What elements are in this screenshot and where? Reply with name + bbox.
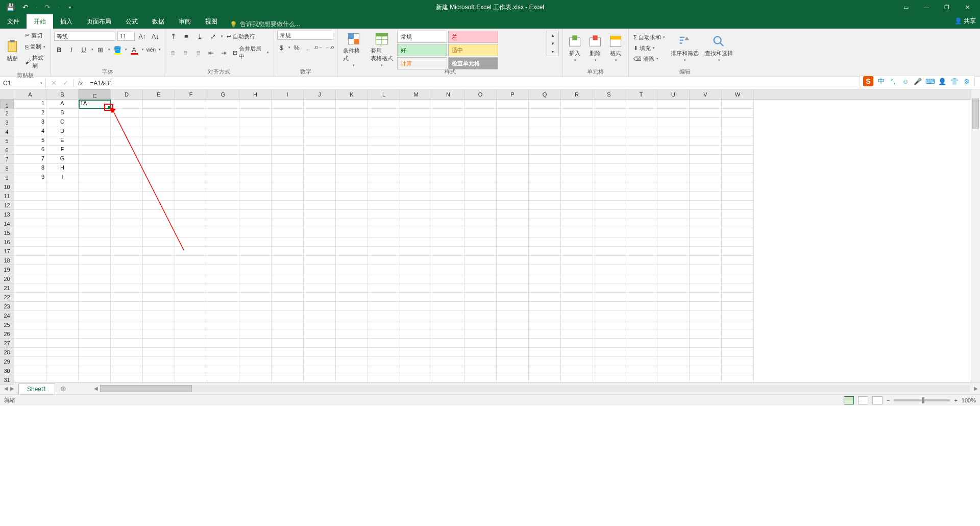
cell[interactable] xyxy=(239,293,272,302)
cell[interactable] xyxy=(561,329,593,339)
cell[interactable] xyxy=(657,320,690,329)
cell[interactable] xyxy=(368,228,400,237)
cell[interactable] xyxy=(400,127,432,136)
cell[interactable] xyxy=(400,136,432,146)
cell[interactable] xyxy=(111,210,143,219)
cell[interactable] xyxy=(207,118,239,127)
cell[interactable] xyxy=(497,247,529,256)
cell[interactable] xyxy=(561,173,593,182)
cell[interactable] xyxy=(239,192,272,201)
cell[interactable] xyxy=(368,127,400,136)
minimize-icon[interactable]: — xyxy=(918,2,935,13)
cell[interactable] xyxy=(625,339,657,348)
cell[interactable] xyxy=(722,219,754,228)
cell[interactable] xyxy=(368,219,400,228)
cell[interactable] xyxy=(14,375,46,382)
cell[interactable] xyxy=(625,237,657,247)
cell[interactable] xyxy=(336,192,368,201)
row-header[interactable]: 6 xyxy=(0,146,14,155)
cell[interactable]: 6 xyxy=(14,146,46,155)
cell[interactable] xyxy=(272,192,304,201)
cell[interactable] xyxy=(272,256,304,265)
cell[interactable] xyxy=(79,210,111,219)
sheet-nav-prev-icon[interactable]: ◀ xyxy=(4,386,8,391)
cell[interactable] xyxy=(304,182,336,192)
cell[interactable] xyxy=(561,109,593,118)
vertical-scrollbar-thumb[interactable] xyxy=(972,99,979,129)
cell[interactable] xyxy=(690,146,722,155)
cell[interactable] xyxy=(561,283,593,293)
cell[interactable] xyxy=(690,201,722,210)
cell[interactable] xyxy=(111,201,143,210)
cell[interactable] xyxy=(432,192,464,201)
cell[interactable] xyxy=(690,228,722,237)
cell[interactable] xyxy=(143,201,175,210)
cell[interactable] xyxy=(239,237,272,247)
cell[interactable] xyxy=(497,219,529,228)
paste-button[interactable]: 粘贴 xyxy=(3,38,21,63)
cell[interactable] xyxy=(657,164,690,173)
cell[interactable] xyxy=(336,228,368,237)
cell[interactable]: F xyxy=(46,146,79,155)
row-header[interactable]: 1 xyxy=(0,100,14,109)
cell-styles-gallery[interactable]: 常规 差 好 适中 计算 检查单元格 xyxy=(397,31,545,69)
row-header[interactable]: 16 xyxy=(0,237,14,247)
cell[interactable] xyxy=(657,127,690,136)
cell[interactable] xyxy=(529,256,561,265)
cell[interactable]: 5 xyxy=(14,136,46,146)
cell[interactable] xyxy=(175,109,207,118)
cell[interactable] xyxy=(143,146,175,155)
cell[interactable] xyxy=(561,247,593,256)
cell[interactable] xyxy=(690,256,722,265)
cell[interactable] xyxy=(336,155,368,164)
cell[interactable] xyxy=(593,293,625,302)
cell[interactable] xyxy=(111,320,143,329)
cell[interactable]: 3 xyxy=(14,118,46,127)
cell[interactable] xyxy=(272,164,304,173)
zoom-out-icon[interactable]: − xyxy=(887,397,890,403)
cell[interactable] xyxy=(432,357,464,366)
cell[interactable] xyxy=(143,247,175,256)
cell[interactable] xyxy=(304,320,336,329)
cell[interactable] xyxy=(336,311,368,320)
cell[interactable] xyxy=(368,146,400,155)
ime-keyboard-icon[interactable]: ⌨ xyxy=(925,77,935,86)
cell[interactable] xyxy=(722,302,754,311)
cell[interactable] xyxy=(207,136,239,146)
cell[interactable] xyxy=(529,201,561,210)
cell[interactable] xyxy=(400,173,432,182)
row-header[interactable]: 18 xyxy=(0,256,14,265)
cell[interactable] xyxy=(400,228,432,237)
cell[interactable] xyxy=(368,283,400,293)
cell[interactable] xyxy=(111,247,143,256)
cell[interactable] xyxy=(625,357,657,366)
cell[interactable] xyxy=(593,311,625,320)
cell[interactable] xyxy=(497,283,529,293)
cell[interactable] xyxy=(368,375,400,382)
cell[interactable] xyxy=(239,320,272,329)
cell[interactable] xyxy=(207,219,239,228)
cell[interactable] xyxy=(111,228,143,237)
cell[interactable] xyxy=(593,329,625,339)
cell[interactable] xyxy=(561,366,593,375)
conditional-formatting-button[interactable]: 条件格式▾ xyxy=(341,31,366,68)
cell[interactable] xyxy=(593,182,625,192)
cell[interactable] xyxy=(79,375,111,382)
cell[interactable] xyxy=(657,302,690,311)
cell[interactable] xyxy=(304,146,336,155)
cell[interactable] xyxy=(272,109,304,118)
cell[interactable] xyxy=(239,201,272,210)
cell[interactable] xyxy=(400,302,432,311)
insert-cells-button[interactable]: 插入▾ xyxy=(566,33,584,63)
cell[interactable] xyxy=(690,366,722,375)
cell[interactable] xyxy=(304,201,336,210)
cell[interactable] xyxy=(464,366,497,375)
cell[interactable] xyxy=(79,283,111,293)
cell[interactable] xyxy=(657,274,690,283)
cell[interactable] xyxy=(529,192,561,201)
cell[interactable] xyxy=(529,155,561,164)
format-painter-button[interactable]: 🖌格式刷 xyxy=(23,53,47,70)
cancel-formula-icon[interactable]: ✕ xyxy=(51,79,57,87)
increase-indent-icon[interactable]: ⇥ xyxy=(218,47,229,58)
cell[interactable] xyxy=(175,348,207,357)
